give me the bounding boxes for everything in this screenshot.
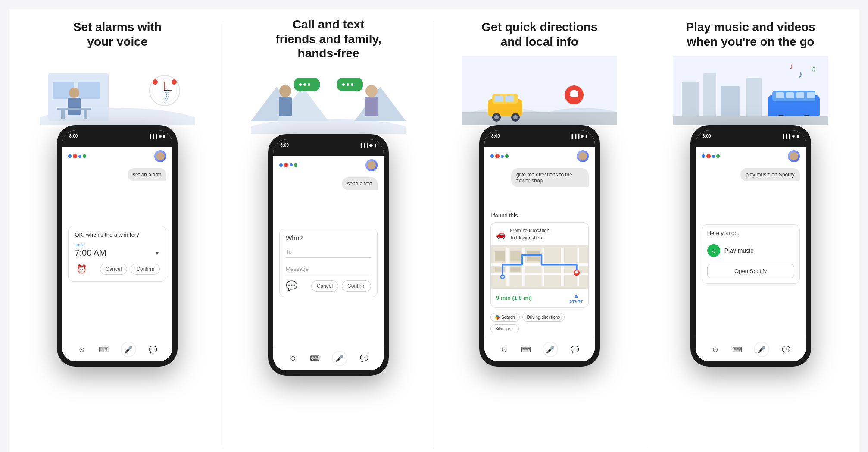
svg-rect-56: [495, 251, 505, 262]
alarm-confirm-button[interactable]: Confirm: [131, 264, 160, 275]
text-panel: Call and text friends and family, hands-…: [227, 17, 431, 452]
svg-rect-8: [84, 110, 87, 119]
svg-text:♩: ♩: [790, 63, 793, 70]
divider-2: [434, 22, 434, 448]
user-bubble-4: play music on Spotify: [740, 168, 799, 181]
user-bubble-1: set an alarm: [128, 168, 166, 181]
driving-chip-label: Driving directions: [527, 315, 560, 320]
keyboard-icon-4[interactable]: ⌨: [732, 345, 742, 354]
svg-rect-43: [494, 96, 503, 102]
status-time-1: 8:00: [69, 134, 78, 138]
alarm-buttons: Cancel Confirm: [100, 264, 160, 275]
svg-rect-69: [746, 78, 762, 121]
compass-icon-1[interactable]: ⊙: [77, 345, 87, 354]
spotify-logo-icon: ♫: [707, 244, 720, 257]
bubble-icon-3[interactable]: 💬: [570, 345, 580, 354]
svg-point-64: [575, 270, 578, 273]
ga-dot-green: [83, 154, 86, 158]
status-icons-4: ▐▐▐ ◈ ▮: [781, 134, 799, 138]
music-phone-wrapper: 8:00 ▐▐▐ ◈ ▮: [690, 125, 811, 452]
svg-rect-7: [61, 110, 65, 119]
svg-rect-36: [462, 112, 617, 125]
ga-dot-red: [73, 154, 77, 158]
action-chips: Search Driving directions Biking d...: [484, 309, 595, 337]
compass-icon-3[interactable]: ⊙: [499, 345, 509, 354]
svg-marker-18: [354, 87, 406, 121]
music-panel: Play music and videos when you're on the…: [649, 17, 852, 452]
spotify-row: ♫ Play music: [707, 241, 794, 261]
ga-dot-red-3: [495, 154, 500, 158]
keyboard-icon-3[interactable]: ⌨: [521, 345, 531, 354]
svg-rect-21: [294, 78, 320, 91]
bottom-bar-1: ⊙ ⌨ 🎤 💬: [62, 337, 172, 361]
svg-rect-68: [721, 86, 740, 121]
user-avatar-1: [154, 150, 166, 162]
music-title: Play music and videos when you're on the…: [681, 17, 819, 52]
mic-button-4[interactable]: 🎤: [754, 342, 769, 357]
bubble-icon-2[interactable]: 💬: [359, 354, 369, 362]
text-phone: 8:00 ▐▐▐ ◈ ▮: [268, 134, 389, 376]
svg-rect-28: [337, 78, 363, 91]
assistant-header-4: [696, 147, 806, 166]
from-value-text: Your location: [522, 228, 549, 233]
alarm-title: Set alarms with your voice: [69, 17, 166, 52]
status-time-3: 8:00: [491, 134, 500, 138]
svg-point-23: [299, 83, 302, 86]
status-time-2: 8:00: [280, 143, 289, 148]
svg-rect-44: [505, 96, 514, 102]
alarm-time-value: 7:00 AM: [75, 248, 106, 258]
alarm-cancel-button[interactable]: Cancel: [100, 264, 127, 275]
search-chip[interactable]: Search: [490, 313, 520, 322]
message-input[interactable]: Message: [286, 263, 371, 275]
svg-point-24: [303, 83, 306, 86]
alarm-phone: 8:00 ▐▐▐ ◈ ▮: [57, 125, 178, 367]
google-logo-icon: [495, 315, 500, 320]
text-phone-wrapper: 8:00 ▐▐▐ ◈ ▮: [268, 134, 389, 452]
keyboard-icon-1[interactable]: ⌨: [99, 345, 109, 354]
alarm-panel: Set alarms with your voice: [16, 17, 219, 452]
open-spotify-button[interactable]: Open Spotify: [707, 264, 794, 278]
svg-rect-60: [510, 267, 521, 272]
search-chip-label: Search: [501, 315, 515, 320]
bottom-bar-4: ⊙ ⌨ 🎤 💬: [696, 337, 806, 361]
directions-screen: 8:00 ▐▐▐ ◈ ▮: [484, 130, 595, 361]
keyboard-icon-2[interactable]: ⌨: [310, 354, 320, 362]
svg-rect-67: [703, 73, 716, 121]
text-confirm-button[interactable]: Confirm: [342, 280, 371, 292]
to-value-text: Flower shop: [516, 235, 542, 240]
dropdown-arrow[interactable]: ▼: [154, 250, 160, 257]
svg-point-19: [279, 85, 291, 97]
main-container: Set alarms with your voice: [9, 9, 859, 452]
user-avatar-4: [788, 150, 800, 162]
svg-rect-76: [786, 92, 794, 98]
divider-3: [645, 22, 645, 448]
svg-rect-66: [682, 82, 699, 121]
text-cancel-button[interactable]: Cancel: [311, 280, 338, 292]
svg-rect-5: [68, 98, 81, 115]
compass-icon-4[interactable]: ⊙: [710, 345, 720, 354]
assistant-header-2: [273, 156, 384, 175]
svg-point-13: [153, 79, 158, 85]
svg-rect-6: [57, 108, 91, 110]
svg-point-32: [351, 83, 353, 86]
ga-dot-blue2-3: [501, 155, 504, 158]
start-button[interactable]: ▲ START: [569, 292, 583, 304]
mic-button-2[interactable]: 🎤: [332, 351, 347, 366]
biking-chip[interactable]: Biking d...: [490, 324, 519, 333]
ga-logo-4: [702, 154, 720, 158]
user-bubble-2: send a text: [342, 177, 378, 190]
driving-chip[interactable]: Driving directions: [522, 313, 565, 322]
ga-logo-2: [279, 163, 297, 167]
ga-logo-1: [68, 154, 86, 158]
biking-chip-label: Biking d...: [495, 326, 514, 331]
bubble-icon-1[interactable]: 💬: [148, 345, 158, 354]
mic-button-3[interactable]: 🎤: [543, 342, 558, 357]
ga-dot-green-2: [294, 163, 297, 167]
to-input[interactable]: To: [286, 246, 371, 258]
compass-icon-2[interactable]: ⊙: [288, 354, 298, 362]
status-icons-1: ▐▐▐ ◈ ▮: [148, 134, 166, 138]
svg-rect-53: [541, 248, 543, 286]
svg-point-30: [342, 83, 345, 86]
bubble-icon-4[interactable]: 💬: [781, 345, 791, 354]
mic-button-1[interactable]: 🎤: [121, 342, 136, 357]
